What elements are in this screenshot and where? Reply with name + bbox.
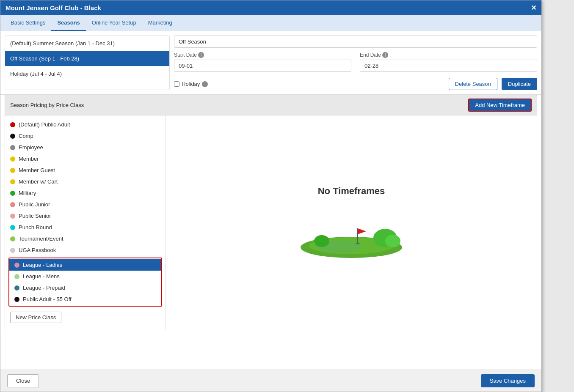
highlight-box: League - LadiesLeague - MensLeague - Pre… bbox=[8, 258, 162, 307]
golf-illustration bbox=[296, 205, 406, 260]
no-timeframes-area: No Timeframes bbox=[166, 115, 537, 330]
end-date-col: End Date i bbox=[360, 52, 537, 72]
highlighted-price-classes: League - LadiesLeague - MensLeague - Pre… bbox=[9, 259, 161, 305]
price-class-item-highlight[interactable]: Public Adult - $5 Off bbox=[9, 293, 161, 305]
price-class-list: (Default) Public AdultCompEmployeeMember… bbox=[5, 115, 166, 330]
tab-seasons[interactable]: Seasons bbox=[51, 15, 86, 31]
pricing-body: (Default) Public AdultCompEmployeeMember… bbox=[5, 115, 537, 330]
date-row: Start Date i End Date i bbox=[174, 52, 537, 72]
season-item-holiday[interactable]: Holiday (Jul 4 - Jul 4) bbox=[5, 66, 169, 81]
svg-marker-7 bbox=[358, 228, 366, 234]
holiday-checkbox[interactable] bbox=[174, 81, 179, 87]
holiday-info-icon: i bbox=[202, 81, 208, 87]
close-button[interactable]: Close bbox=[7, 374, 39, 387]
add-new-timeframe-button[interactable]: Add New Timeframe bbox=[468, 99, 532, 112]
no-timeframes-label: No Timeframes bbox=[318, 186, 385, 197]
pricing-section-label: Season Pricing by Price Class bbox=[10, 102, 84, 108]
price-class-item[interactable]: Tournament/Event bbox=[5, 233, 166, 244]
price-class-item[interactable]: Member w/ Cart bbox=[5, 176, 166, 187]
save-changes-button[interactable]: Save Changes bbox=[481, 374, 535, 387]
price-class-item[interactable]: (Default) Public Adult bbox=[5, 119, 166, 130]
start-date-col: Start Date i bbox=[174, 52, 351, 72]
end-date-input[interactable] bbox=[360, 60, 537, 72]
season-item-summer[interactable]: (Default) Summer Season (Jan 1 - Dec 31) bbox=[5, 36, 169, 51]
close-window-button[interactable]: ✕ bbox=[531, 4, 536, 12]
form-buttons: Delete Season Duplicate bbox=[449, 78, 537, 90]
holiday-checkbox-label[interactable]: Holiday i bbox=[174, 81, 208, 87]
price-class-item[interactable]: Public Senior bbox=[5, 210, 166, 222]
regular-price-classes: (Default) Public AdultCompEmployeeMember… bbox=[5, 119, 166, 256]
season-name-input[interactable] bbox=[174, 36, 537, 48]
price-class-item-highlight[interactable]: League - Prepaid bbox=[9, 282, 161, 293]
new-price-class-button[interactable]: New Price Class bbox=[10, 312, 61, 323]
svg-point-5 bbox=[385, 235, 400, 247]
tabs-bar: Basic Settings Seasons Online Year Setup… bbox=[0, 15, 541, 31]
end-date-info-icon: i bbox=[382, 52, 388, 58]
scroll-area: (Default) Summer Season (Jan 1 - Dec 31)… bbox=[0, 31, 541, 370]
pricing-section: Season Pricing by Price Class Add New Ti… bbox=[0, 95, 541, 334]
price-class-item[interactable]: Public Junior bbox=[5, 199, 166, 210]
window-title: Mount Jensen Golf Club - Black bbox=[6, 4, 101, 11]
action-row: Holiday i Delete Season Duplicate bbox=[174, 78, 537, 90]
price-class-item-highlight[interactable]: League - Mens bbox=[9, 271, 161, 282]
tab-online-year-setup[interactable]: Online Year Setup bbox=[86, 15, 142, 31]
duplicate-button[interactable]: Duplicate bbox=[502, 78, 537, 90]
end-date-label: End Date i bbox=[360, 52, 537, 58]
top-section: (Default) Summer Season (Jan 1 - Dec 31)… bbox=[0, 31, 541, 95]
price-class-item[interactable]: Employee bbox=[5, 142, 166, 153]
season-form: Start Date i End Date i bbox=[174, 36, 537, 90]
seasons-list: (Default) Summer Season (Jan 1 - Dec 31)… bbox=[5, 36, 170, 90]
tab-marketing[interactable]: Marketing bbox=[142, 15, 178, 31]
delete-season-button[interactable]: Delete Season bbox=[449, 78, 497, 90]
titlebar: Mount Jensen Golf Club - Black ✕ bbox=[0, 0, 541, 15]
season-item-off-season[interactable]: Off Season (Sep 1 - Feb 28) bbox=[5, 51, 169, 66]
new-price-class-row: New Price Class bbox=[5, 308, 166, 326]
start-date-input[interactable] bbox=[174, 60, 351, 72]
price-class-item[interactable]: Member Guest bbox=[5, 164, 166, 176]
main-window: Mount Jensen Golf Club - Black ✕ Basic S… bbox=[0, 0, 542, 392]
footer-bar: Close Save Changes bbox=[0, 370, 541, 392]
svg-point-8 bbox=[356, 243, 360, 244]
start-date-label: Start Date i bbox=[174, 52, 351, 58]
price-class-item[interactable]: Punch Round bbox=[5, 222, 166, 233]
price-class-item[interactable]: Member bbox=[5, 153, 166, 164]
start-date-info-icon: i bbox=[198, 52, 204, 58]
pricing-header: Season Pricing by Price Class Add New Ti… bbox=[5, 95, 537, 115]
price-class-item[interactable]: Military bbox=[5, 187, 166, 199]
svg-point-3 bbox=[314, 235, 329, 247]
price-class-item[interactable]: UGA Passbook bbox=[5, 244, 166, 256]
tab-basic-settings[interactable]: Basic Settings bbox=[5, 15, 51, 31]
price-class-item[interactable]: Comp bbox=[5, 130, 166, 142]
price-class-item-highlight[interactable]: League - Ladies bbox=[9, 259, 161, 271]
season-name-row bbox=[174, 36, 537, 48]
